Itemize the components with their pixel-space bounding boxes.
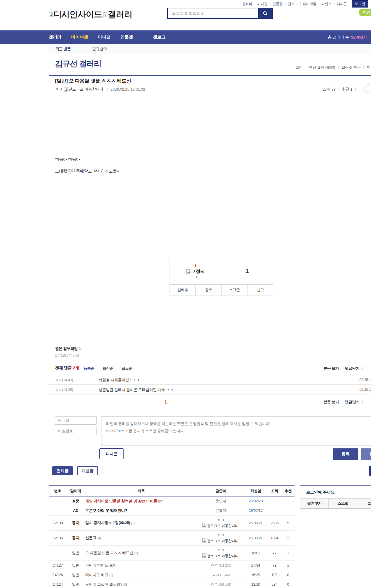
top-link-인물갤[interactable]: 인물갤 — [270, 1, 285, 6]
search-input[interactable] — [168, 8, 258, 18]
vote-button-공유[interactable]: 공유 — [195, 285, 221, 295]
login-button[interactable]: 로그인 — [352, 0, 368, 8]
post-link[interactable]: 도망쳐 그렇게 별로임? — [85, 582, 122, 587]
recommend-label: 추천 — [342, 87, 349, 92]
cell-author[interactable]: ㅇㅇ갤로그로 이동합니다. — [198, 545, 244, 560]
post-link[interactable]: 게임 캐릭터로 만들면 찰떡일 것 같은 아이돌은? — [85, 499, 163, 503]
comment-submit-button-2[interactable]: 등록 — [361, 448, 371, 460]
author-name[interactable]: ㅇㅇ — [210, 582, 218, 587]
comment-author[interactable]: ㅇㅇ(14.42) — [55, 378, 73, 383]
vote-button-신고[interactable]: 신고 — [247, 285, 273, 295]
sort-tab-답글순[interactable]: 답글순 — [121, 366, 132, 371]
close-comments-button[interactable]: 댓글닫기 — [345, 366, 359, 371]
cell-author[interactable]: ㅇㅇ갤로그로 이동합니다. — [198, 530, 244, 545]
attachment-file-name[interactable]: 1771817446.gif — [55, 353, 365, 357]
author-name[interactable]: 운영자 — [215, 499, 226, 503]
search-button[interactable] — [258, 8, 272, 18]
nav-item-인물갤[interactable]: 인물갤 — [120, 34, 133, 40]
cell-title[interactable]: 오 다음달 넷플 ㅎㅈㅅ 베드신[2] — [85, 545, 198, 560]
author-name[interactable]: ㅇㅇ — [212, 573, 219, 577]
nav-item-갤로그[interactable]: 갤로그 — [153, 34, 166, 40]
top-link-갤로그[interactable]: 갤로그 — [285, 1, 301, 6]
cell-views: 192 — [267, 570, 282, 580]
sidebar-tab-스크랩[interactable]: 스크랩 — [328, 498, 357, 508]
cell-recommend: 0 — [282, 580, 294, 588]
write-button[interactable] — [369, 466, 371, 476]
cell-title[interactable]: 게임 캐릭터로 만들면 찰떡일 것 같은 아이돌은? — [85, 496, 198, 506]
top-link-갤러리[interactable]: 갤러리 — [239, 1, 255, 6]
post-link[interactable]: 두쫀쿠 아직 못 먹어봤니? — [85, 508, 127, 513]
sidebar-tab-알림[interactable]: 알림 — [357, 498, 371, 508]
sidebar-tab-즐겨찾기[interactable]: 즐겨찾기 — [300, 498, 328, 508]
gallery-link-설정[interactable]: 설정 — [292, 65, 306, 70]
vote-side-count: 1 — [246, 268, 249, 274]
sort-tab-최신순[interactable]: 최신순 — [103, 366, 114, 371]
author-name[interactable]: ㅇㅇ — [217, 518, 224, 522]
gallog-link[interactable]: 갤로그로 이동합니다. — [68, 87, 104, 92]
post-link[interactable]: 메이저고 뭐고 — [85, 573, 108, 577]
author-name[interactable]: 운영자 — [215, 508, 226, 513]
downvote-count[interactable]: 0 — [194, 275, 197, 279]
gallog-link[interactable]: 갤로그로 이동합니다. — [198, 553, 243, 558]
top-link-디시게임[interactable]: 디시게임 — [300, 1, 319, 6]
cell-title[interactable]: 임시 공지사항 +수정(08.25)[1] — [85, 515, 198, 530]
cell-author[interactable]: ㅇㅇ(1.243) — [198, 570, 244, 580]
close-comments-button[interactable]: 댓글닫기 — [345, 399, 359, 405]
view-post-button[interactable]: 본문 보기 — [323, 399, 339, 405]
comment-textarea[interactable]: 타인의 권리를 침해하거나 명예를 훼손하는 댓글은 운영원칙 및 관련 법률에… — [101, 416, 371, 445]
nav-item-미니갤[interactable]: 미니갤 — [98, 34, 111, 40]
cell-title[interactable]: 메이저고 뭐고[1] — [85, 570, 198, 580]
cell-author[interactable]: ㅇㅇ갤로그로 이동합니다. — [198, 515, 244, 530]
gallog-link[interactable]: 갤로그로 이동합니다. — [198, 538, 243, 543]
recent-visit-bar: 최근 방문 김규선ⓜ — [49, 44, 371, 54]
author-name[interactable]: ㅇㅇ — [217, 548, 224, 552]
post-link[interactable]: 신문고 — [85, 536, 96, 540]
post-options-button[interactable] — [364, 84, 371, 93]
nav-item-마이너갤[interactable]: 마이너갤 — [71, 34, 88, 40]
cell-title[interactable]: 신문고[8] — [85, 530, 198, 545]
comment-page-1[interactable]: 1 — [165, 399, 167, 404]
author-ip: (106.101) — [219, 583, 231, 586]
author-name[interactable]: ㅇㅇ — [211, 563, 218, 567]
vote-button-실베추[interactable]: 실베추 — [170, 285, 195, 295]
cell-views: 72 — [267, 560, 282, 570]
top-link-미니갤[interactable]: 미니갤 — [255, 1, 270, 6]
nickname-field[interactable] — [55, 416, 97, 425]
cell-title[interactable]: 간만에 미인도 보까 — [85, 560, 198, 570]
author-name[interactable]: ㅇㅇ — [217, 533, 224, 537]
gallery-link-갤주소 복사[interactable]: 갤주소 복사 — [338, 65, 364, 70]
post-link[interactable]: 임시 공지사항 +수정(08.25) — [85, 521, 130, 525]
magnifier-icon — [263, 11, 268, 16]
top-link-이벤트[interactable]: 이벤트 — [319, 1, 334, 6]
comment-author[interactable]: ㅇㅇ(14.35) — [55, 388, 73, 392]
divider — [342, 401, 342, 404]
site-logo[interactable]: 디시인사이드 갤러리 — [49, 9, 132, 20]
dccon-button[interactable]: 디시콘 — [99, 448, 124, 459]
upvote-count[interactable]: 1 — [194, 263, 197, 268]
sort-tab-등록순[interactable]: 등록순 — [83, 366, 94, 371]
best-posts-button[interactable]: 개념글 — [77, 466, 98, 475]
nav-item-갤러리[interactable]: 갤러리 — [49, 34, 61, 40]
gallery-link-이용안내[interactable]: 이용안내 — [363, 65, 371, 70]
recent-visit-gallery[interactable]: 김규선ⓜ — [92, 46, 107, 52]
comment-submit-button[interactable]: 등록 — [333, 448, 358, 460]
gallery-title[interactable]: 김규선 갤러리 — [55, 59, 101, 69]
password-field[interactable] — [55, 427, 97, 435]
top-link-디시콘[interactable]: 디시콘 — [334, 1, 350, 6]
vote-button-스크랩[interactable]: 스크랩 — [221, 285, 247, 295]
cell-number: - — [49, 506, 67, 515]
view-post-button[interactable]: 본문 보기 — [323, 366, 339, 371]
cell-title[interactable]: 도망쳐 그렇게 별로임?[2] — [85, 580, 198, 588]
cell-author[interactable]: 운영자 — [198, 496, 244, 506]
cell-author[interactable]: 운영자 — [198, 506, 244, 515]
cell-author[interactable]: ㅇㅇ(211.228) — [198, 560, 244, 570]
all-posts-button[interactable]: 전체글 — [52, 466, 73, 475]
post-link[interactable]: 오 다음달 넷플 ㅎㅈㅅ 베드신 — [85, 551, 133, 555]
cell-title[interactable]: 두쫀쿠 아직 못 먹어봤니? — [85, 506, 198, 515]
post-link[interactable]: 간만에 미인도 보까 — [85, 563, 117, 567]
gallog-link[interactable]: 갤로그로 이동합니다. — [198, 523, 243, 528]
gallery-link-연관 갤러리(0/0)[interactable]: 연관 갤러리(0/0) — [306, 65, 338, 70]
night-mode-button[interactable]: 야간 모드 — [359, 9, 371, 16]
post-author[interactable]: ㅇㅇ — [55, 87, 63, 92]
cell-author[interactable]: ㅇㅇ(106.101) — [198, 580, 244, 588]
